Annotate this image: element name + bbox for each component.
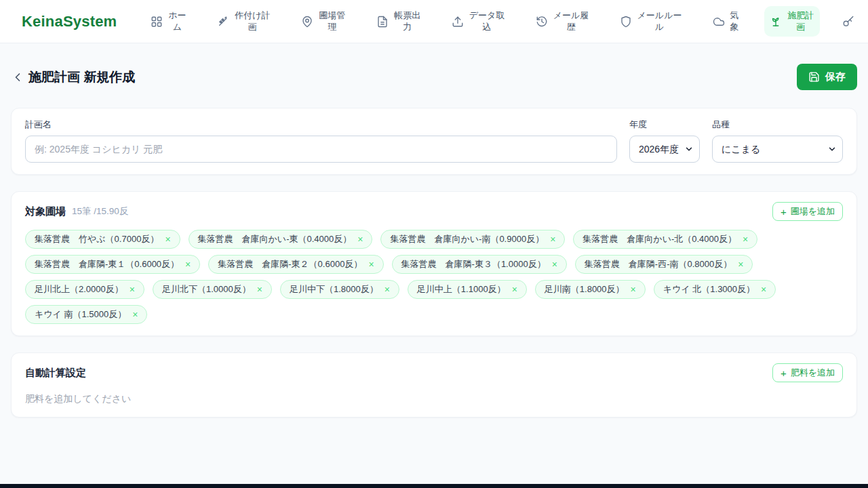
remove-icon[interactable]: × <box>357 235 363 244</box>
field-tag-label: 足川北下（1.0000反） <box>162 283 251 296</box>
remove-icon[interactable]: × <box>761 285 766 294</box>
nav-item-label: ホーム <box>167 10 186 33</box>
field-tag: 集落営農 倉庫隣-東２（0.6000反）× <box>208 255 383 274</box>
target-fields-card: 対象圃場 15筆 /15.90反 + 圃場を追加 集落営農 竹やぶ（0.7000… <box>11 191 857 336</box>
add-field-button-label: 圃場を追加 <box>791 205 835 218</box>
year-field-group: 年度 2026年度 <box>629 119 700 163</box>
field-tag-label: キウイ 北（1.3000反） <box>663 283 755 296</box>
field-tag: 集落営農 倉庫隣-東１（0.6000反）× <box>25 255 200 274</box>
field-tag: キウイ 北（1.3000反）× <box>654 280 776 299</box>
grid-icon <box>151 16 163 28</box>
nav-item-field-management[interactable]: 圃場管理 <box>296 6 351 37</box>
field-tag-label: 足川中下（1.8000反） <box>290 283 378 296</box>
field-tag: 足川南（1.8000反）× <box>535 280 646 299</box>
field-tag: 集落営農 倉庫隣-西-南（0.8000反）× <box>575 255 753 274</box>
field-tag: 足川中下（1.8000反）× <box>280 280 399 299</box>
back-button[interactable] <box>11 70 24 84</box>
nav-item-label: 圃場管理 <box>318 10 346 33</box>
nav-item-fertilization-plan[interactable]: 施肥計画 <box>764 6 820 37</box>
nav-item-label: メール履歴 <box>553 10 589 33</box>
plus-icon: + <box>781 368 787 378</box>
year-label: 年度 <box>629 119 700 131</box>
add-fertilizer-button-label: 肥料を追加 <box>791 367 835 379</box>
remove-icon[interactable]: × <box>552 260 557 269</box>
main-nav: ホーム 作付け計画 圃場管理 帳票出力 データ取込 メール履歴 メールルール <box>145 6 868 37</box>
nav-item-label: 気象 <box>730 10 739 33</box>
main-content: 計画名 年度 2026年度 品種 にこまる <box>0 108 868 418</box>
field-tag-label: 集落営農 竹やぶ（0.7000反） <box>35 233 159 245</box>
nav-item-home[interactable]: ホーム <box>145 6 192 37</box>
remove-icon[interactable]: × <box>384 285 390 294</box>
nav-item-mail-rules[interactable]: メールルール <box>614 6 688 37</box>
auto-calc-card: 自動計算設定 + 肥料を追加 肥料を追加してください <box>11 352 857 418</box>
remove-icon[interactable]: × <box>185 260 191 269</box>
nav-item-weather[interactable]: 気象 <box>707 6 745 37</box>
field-tag: 足川中上（1.1000反）× <box>408 280 527 299</box>
remove-icon[interactable]: × <box>165 235 170 244</box>
nav-item-label: 施肥計画 <box>787 10 814 33</box>
field-tag-label: 集落営農 倉庫隣-東３（1.0000反） <box>401 258 546 270</box>
nav-item-data-import[interactable]: データ取込 <box>446 6 511 37</box>
shield-icon <box>620 16 632 28</box>
field-tag: 集落営農 倉庫向かい-北（0.4000反）× <box>573 230 757 249</box>
remove-icon[interactable]: × <box>550 235 555 244</box>
remove-icon[interactable]: × <box>738 260 743 269</box>
app-logo[interactable]: KeinaSystem <box>22 13 117 30</box>
map-pin-icon <box>301 16 313 28</box>
plan-name-field-group: 計画名 <box>25 119 617 163</box>
variety-select[interactable]: にこまる <box>712 136 843 163</box>
field-tag: 足川北下（1.0000反）× <box>153 280 272 299</box>
remove-icon[interactable]: × <box>257 285 262 294</box>
field-tag: 集落営農 倉庫向かい-南（0.9000反）× <box>380 230 565 249</box>
save-button[interactable]: 保存 <box>797 64 857 90</box>
nav-item-label: メールルール <box>637 10 682 33</box>
plan-name-input[interactable] <box>25 136 617 163</box>
field-tag-label: 集落営農 倉庫隣-東１（0.6000反） <box>35 258 179 270</box>
field-tag-label: 足川北上（2.0000反） <box>35 283 123 296</box>
remove-icon[interactable]: × <box>512 285 517 294</box>
save-icon <box>808 71 820 83</box>
remove-icon[interactable]: × <box>743 235 748 244</box>
nav-item-label: 帳票出力 <box>393 10 421 33</box>
bottom-edge-bar <box>0 484 868 488</box>
field-tag: 集落営農 倉庫隣-東３（1.0000反）× <box>392 255 567 274</box>
field-tag-label: キウイ 南（1.5000反） <box>35 308 126 321</box>
nav-item-label: データ取込 <box>469 10 505 33</box>
wheat-icon <box>217 16 229 28</box>
nav-item-label: 作付け計画 <box>234 10 271 33</box>
remove-icon[interactable]: × <box>132 310 138 319</box>
target-fields-summary: 15筆 /15.90反 <box>72 205 128 218</box>
fertilizer-empty-message: 肥料を追加してください <box>25 393 843 405</box>
add-fertilizer-button[interactable]: + 肥料を追加 <box>772 363 843 382</box>
key-button[interactable] <box>840 12 857 32</box>
field-tag-label: 集落営農 倉庫隣-東２（0.6000反） <box>218 258 362 270</box>
chevron-left-icon <box>11 70 24 84</box>
nav-item-planting-plan[interactable]: 作付け計画 <box>212 6 276 37</box>
remove-icon[interactable]: × <box>368 260 374 269</box>
year-select[interactable]: 2026年度 <box>629 136 700 163</box>
auto-calc-title: 自動計算設定 <box>25 367 86 380</box>
top-navbar: KeinaSystem ホーム 作付け計画 圃場管理 帳票出力 データ取込 メー… <box>0 0 868 43</box>
plan-name-label: 計画名 <box>25 119 617 131</box>
nav-item-mail-history[interactable]: メール履歴 <box>530 6 595 37</box>
plus-icon: + <box>781 207 787 217</box>
add-field-button[interactable]: + 圃場を追加 <box>772 202 843 221</box>
field-tag-label: 足川中上（1.1000反） <box>417 283 506 296</box>
field-tag-label: 集落営農 倉庫向かい-南（0.9000反） <box>390 233 544 245</box>
key-icon <box>842 16 854 28</box>
field-tag-label: 集落営農 倉庫隣-西-南（0.8000反） <box>585 258 732 270</box>
field-tag: キウイ 南（1.5000反）× <box>25 305 147 324</box>
field-tag: 足川北上（2.0000反）× <box>25 280 144 299</box>
history-icon <box>536 16 548 28</box>
remove-icon[interactable]: × <box>631 285 636 294</box>
save-button-label: 保存 <box>825 70 846 83</box>
page-header: 施肥計画 新規作成 保存 <box>0 43 868 108</box>
remove-icon[interactable]: × <box>130 285 135 294</box>
variety-label: 品種 <box>712 119 843 131</box>
sprout-icon <box>770 16 782 28</box>
page-title: 施肥計画 新規作成 <box>28 68 135 86</box>
variety-field-group: 品種 にこまる <box>712 119 843 163</box>
cloud-icon <box>713 16 725 28</box>
field-tag-list: 集落営農 竹やぶ（0.7000反）× 集落営農 倉庫向かい-東（0.4000反）… <box>25 230 843 324</box>
nav-item-report-output[interactable]: 帳票出力 <box>371 6 427 37</box>
